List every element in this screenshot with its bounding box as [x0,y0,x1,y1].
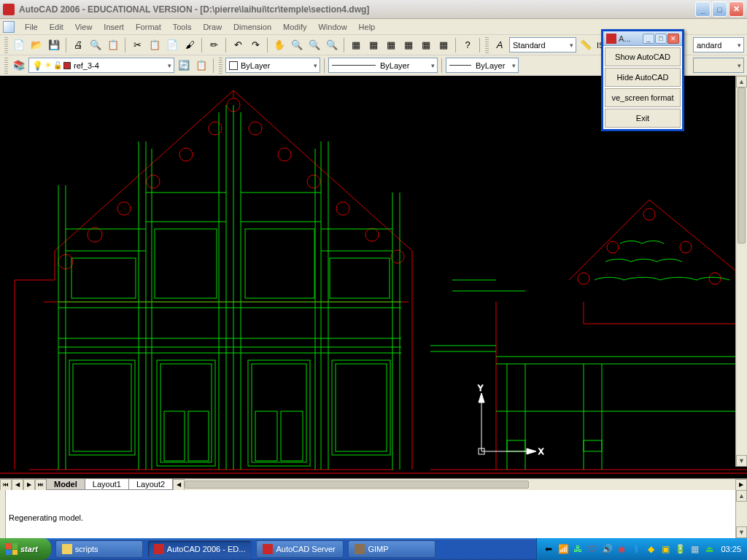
lineweight-combo[interactable]: ByLayer [446,58,519,73]
popup-maximize-button[interactable]: □ [655,34,667,44]
menu-dimension[interactable]: Dimension [228,21,277,33]
sheet-set-button[interactable]: ▦ [400,37,417,53]
tray-icon[interactable]: ◉ [616,543,627,555]
tray-network-icon[interactable]: 🖧 [572,543,584,555]
horizontal-scrollbar[interactable]: ◀ ▶ [173,479,747,490]
linetype-combo[interactable]: ByLayer [328,58,438,73]
scroll-left-button[interactable]: ◀ [173,479,185,491]
document-icon[interactable] [3,21,15,33]
cut-button[interactable]: ✂ [129,37,145,53]
popup-exit[interactable]: Exit [605,109,681,128]
layer-manager-button[interactable]: 📚 [11,58,27,74]
open-button[interactable]: 📂 [28,37,44,53]
popup-minimize-button[interactable]: _ [643,34,654,44]
menu-draw[interactable]: Draw [197,21,228,33]
tab-next-button[interactable]: ▶ [23,479,35,491]
minimize-button[interactable]: _ [695,1,711,17]
tray-shield-icon[interactable]: 🛡 [587,543,598,555]
tool-palettes-button[interactable]: ▦ [383,37,399,53]
menu-modify[interactable]: Modify [277,21,312,33]
tab-last-button[interactable]: ⏭ [35,479,47,491]
cmd-scroll-up[interactable]: ▲ [736,490,747,502]
publish-button[interactable]: 📋 [105,37,121,53]
taskbar-item-gimp[interactable]: GIMP [348,540,436,558]
redo-button[interactable]: ↷ [247,37,263,53]
taskbar-item-autocad[interactable]: AutoCAD 2006 - ED... [147,540,252,558]
layer-previous-button[interactable]: 🔄 [176,58,192,74]
layer-combo[interactable]: 💡 ☀ 🔓 ref_3-4 [28,58,174,73]
tray-wireless-icon[interactable]: 📶 [557,543,569,555]
popup-titlebar[interactable]: A... _ □ ✕ [603,31,682,46]
menu-help[interactable]: Help [353,21,382,33]
plot-preview-button[interactable]: 🔍 [88,37,104,53]
tray-icon[interactable]: ▣ [659,543,671,555]
tray-icon[interactable]: ▦ [689,543,700,555]
tab-layout1[interactable]: Layout1 [85,479,129,490]
copy-button[interactable]: 📋 [147,37,163,53]
table-style-combo[interactable]: andard [693,37,744,52]
drawing-canvas[interactable]: Y X [0,76,747,478]
menu-insert[interactable]: Insert [98,21,130,33]
block-editor-button[interactable]: ✏ [206,37,222,53]
taskbar-item-autocad-server[interactable]: AutoCAD Server [256,540,344,558]
tray-volume-icon[interactable]: 🔊 [601,543,613,555]
menu-edit[interactable]: Edit [44,21,69,33]
text-style-combo[interactable]: Standard [509,37,576,52]
maximize-button[interactable]: □ [712,1,727,17]
toolbar-handle[interactable] [219,58,222,74]
taskbar-clock[interactable]: 03:25 [721,545,741,553]
close-button[interactable]: ✕ [729,1,744,17]
menu-tools[interactable]: Tools [167,21,198,33]
undo-button[interactable]: ↶ [230,37,246,53]
popup-ve-screen-format[interactable]: ve_screen format [605,88,681,107]
popup-show-autocad[interactable]: Show AutoCAD [605,47,681,66]
horizontal-scroll-thumb[interactable] [185,481,529,489]
layer-states-button[interactable]: 📋 [193,58,209,74]
tab-layout2[interactable]: Layout2 [128,479,173,490]
save-button[interactable]: 💾 [46,37,62,53]
tray-bluetooth-icon[interactable]: ᛒ [630,543,642,555]
menu-view[interactable]: View [69,21,98,33]
tray-safely-remove-icon[interactable]: ⏏ [703,543,715,555]
text-style-button[interactable]: A [492,37,508,53]
toolbar-handle[interactable] [4,58,8,74]
pan-button[interactable]: ✋ [271,37,287,53]
tab-model[interactable]: Model [46,479,85,490]
menu-format[interactable]: Format [130,21,167,33]
start-button[interactable]: start [0,538,51,560]
tray-icon[interactable]: ◆ [645,543,657,555]
popup-hide-autocad[interactable]: Hide AutoCAD [605,68,681,87]
zoom-window-button[interactable]: 🔍 [306,37,322,53]
design-center-button[interactable]: ▦ [365,37,382,53]
toolbar-handle[interactable] [485,37,489,53]
vertical-scrollbar[interactable]: ▲ ▼ [735,76,747,467]
zoom-previous-button[interactable]: 🔍 [324,37,340,53]
command-scrollbar[interactable]: ▲ ▼ [735,490,747,538]
scroll-down-button[interactable]: ▼ [736,455,747,467]
toolbar-handle[interactable] [4,37,8,53]
match-properties-button[interactable]: 🖌 [182,37,198,53]
command-handle[interactable] [0,490,6,538]
paste-button[interactable]: 📄 [164,37,180,53]
zoom-realtime-button[interactable]: 🔍 [289,37,305,53]
menu-window[interactable]: Window [312,21,352,33]
scroll-right-button[interactable]: ▶ [735,479,747,491]
color-combo[interactable]: ByLayer [225,58,320,73]
quickcalc-button[interactable]: ▦ [436,37,452,53]
tab-first-button[interactable]: ⏮ [0,479,12,491]
scroll-up-button[interactable]: ▲ [736,76,747,88]
menu-file[interactable]: File [19,21,44,33]
new-button[interactable]: 📄 [11,37,27,53]
help-button[interactable]: ? [460,37,476,53]
tray-battery-icon[interactable]: 🔋 [674,543,686,555]
plotstyle-combo[interactable] [693,58,744,73]
cmd-scroll-down[interactable]: ▼ [736,526,747,538]
tab-prev-button[interactable]: ◀ [12,479,23,491]
dim-style-button[interactable]: 📏 [578,37,594,53]
command-history[interactable]: Regenerating model. AutoCAD menu utiliti… [6,490,735,538]
markup-button[interactable]: ▦ [418,37,434,53]
properties-button[interactable]: ▦ [348,37,364,53]
vertical-scroll-thumb[interactable] [738,88,746,244]
popup-close-button[interactable]: ✕ [667,34,679,44]
taskbar-item-scripts[interactable]: scripts [55,540,143,558]
